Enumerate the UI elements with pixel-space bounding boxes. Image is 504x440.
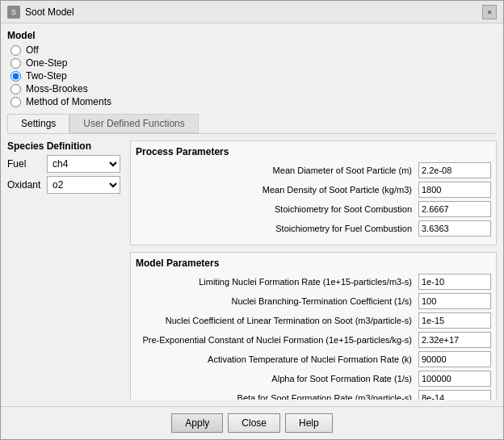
model-param-row-2: Nuclei Coefficient of Linear Termination… — [136, 312, 491, 329]
radio-item-method-of-moments[interactable]: Method of Moments — [10, 96, 497, 107]
model-param-row-5: Alpha for Soot Formation Rate (1/s) — [136, 371, 491, 387]
model-param-label-1: Nuclei Branching-Termination Coefficient… — [136, 296, 415, 306]
footer: Apply Close Help — [1, 406, 503, 439]
radio-one-step[interactable] — [10, 58, 21, 69]
dialog-icon: S — [7, 6, 20, 19]
radio-two-step[interactable] — [10, 71, 21, 82]
content-area: Species Definition Fuel ch4 Oxidant o2 — [7, 140, 497, 400]
title-bar-left: S Soot Model — [7, 6, 74, 19]
process-param-label-0: Mean Diameter of Soot Particle (m) — [136, 166, 415, 175]
species-section-label: Species Definition — [7, 140, 120, 152]
radio-item-moss-brookes[interactable]: Moss-Brookes — [10, 83, 497, 94]
model-param-label-3: Pre-Exponential Constant of Nuclei Forma… — [136, 335, 415, 345]
model-param-label-5: Alpha for Soot Formation Rate (1/s) — [136, 374, 415, 383]
process-param-label-2: Stoichiometry for Soot Combustion — [136, 204, 415, 214]
process-param-label-1: Mean Density of Soot Particle (kg/m3) — [136, 185, 415, 195]
model-param-label-2: Nuclei Coefficient of Linear Termination… — [136, 316, 415, 325]
radio-label-two-step: Two-Step — [26, 70, 67, 82]
apply-button[interactable]: Apply — [171, 413, 223, 433]
oxidant-select[interactable]: o2 — [47, 176, 120, 194]
close-button[interactable]: Close — [228, 413, 280, 433]
radio-moss-brookes[interactable] — [10, 84, 21, 94]
model-param-row-6: Beta for Soot Formation Rate (m3/particl… — [136, 390, 491, 400]
process-params-box: Process Parameters Mean Diameter of Soot… — [130, 140, 497, 245]
tab-settings[interactable]: Settings — [7, 114, 69, 133]
model-param-input-6[interactable] — [418, 390, 491, 400]
process-params-title: Process Parameters — [136, 146, 491, 157]
radio-label-one-step: One-Step — [26, 57, 67, 69]
model-params-title: Model Parameters — [136, 258, 491, 269]
model-param-row-1: Nuclei Branching-Termination Coefficient… — [136, 293, 491, 309]
radio-method-of-moments[interactable] — [10, 97, 21, 107]
model-param-label-6: Beta for Soot Formation Rate (m3/particl… — [136, 393, 415, 400]
process-param-row-1: Mean Density of Soot Particle (kg/m3) — [136, 182, 491, 198]
right-panel: Process Parameters Mean Diameter of Soot… — [130, 140, 497, 400]
radio-label-moss-brookes: Moss-Brookes — [26, 83, 88, 94]
process-param-label-3: Stoichiometry for Fuel Combustion — [136, 224, 415, 233]
tab-udf[interactable]: User Defined Functions — [69, 114, 198, 133]
oxidant-row: Oxidant o2 — [7, 176, 120, 194]
model-param-label-4: Activation Temperature of Nuclei Formati… — [136, 354, 415, 364]
radio-label-method-of-moments: Method of Moments — [26, 96, 111, 107]
radio-off[interactable] — [10, 45, 21, 56]
fuel-select[interactable]: ch4 — [47, 155, 120, 173]
model-param-input-2[interactable] — [418, 312, 491, 329]
radio-item-one-step[interactable]: One-Step — [10, 57, 497, 69]
model-section-label: Model — [7, 30, 497, 41]
soot-model-dialog: S Soot Model × Model Off One-Step Two-St… — [0, 0, 504, 440]
fuel-row: Fuel ch4 — [7, 155, 120, 173]
process-param-row-2: Stoichiometry for Soot Combustion — [136, 201, 491, 217]
model-param-row-4: Activation Temperature of Nuclei Formati… — [136, 351, 491, 367]
oxidant-label: Oxidant — [7, 179, 44, 191]
process-param-input-1[interactable] — [418, 182, 491, 198]
process-param-input-0[interactable] — [418, 162, 491, 178]
model-param-label-0: Limiting Nuclei Formation Rate (1e+15-pa… — [136, 277, 415, 287]
model-params-box: Model Parameters Limiting Nuclei Formati… — [130, 252, 497, 400]
process-param-input-2[interactable] — [418, 201, 491, 217]
model-param-input-3[interactable] — [418, 332, 491, 348]
species-section: Fuel ch4 Oxidant o2 — [7, 155, 120, 194]
model-param-row-3: Pre-Exponential Constant of Nuclei Forma… — [136, 332, 491, 348]
dialog-title: Soot Model — [25, 6, 74, 18]
fuel-label: Fuel — [7, 158, 44, 170]
model-param-row-0: Limiting Nuclei Formation Rate (1e+15-pa… — [136, 274, 491, 290]
model-radio-group: Off One-Step Two-Step Moss-Brookes Metho… — [7, 44, 497, 107]
radio-label-off: Off — [26, 44, 39, 56]
window-close-button[interactable]: × — [482, 5, 497, 19]
model-param-input-0[interactable] — [418, 274, 491, 290]
radio-item-two-step[interactable]: Two-Step — [10, 70, 497, 82]
model-param-input-5[interactable] — [418, 371, 491, 387]
process-param-row-3: Stoichiometry for Fuel Combustion — [136, 220, 491, 237]
left-panel: Species Definition Fuel ch4 Oxidant o2 — [7, 140, 120, 400]
model-param-input-1[interactable] — [418, 293, 491, 309]
model-section: Model Off One-Step Two-Step Moss-Brookes — [7, 30, 497, 107]
model-param-input-4[interactable] — [418, 351, 491, 367]
tabs-row: Settings User Defined Functions — [7, 114, 497, 134]
process-param-row-0: Mean Diameter of Soot Particle (m) — [136, 162, 491, 178]
radio-item-off[interactable]: Off — [10, 44, 497, 56]
title-bar: S Soot Model × — [1, 1, 503, 23]
process-param-input-3[interactable] — [418, 220, 491, 237]
dialog-body: Model Off One-Step Two-Step Moss-Brookes — [1, 23, 503, 406]
help-button[interactable]: Help — [285, 413, 333, 433]
